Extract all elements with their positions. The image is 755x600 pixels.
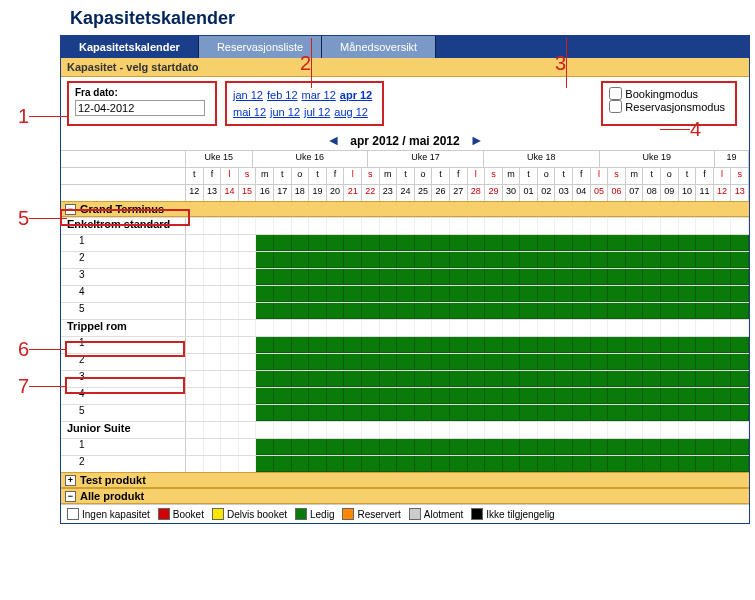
capacity-cell[interactable] xyxy=(591,337,609,353)
capacity-cell[interactable] xyxy=(714,439,732,455)
capacity-cell[interactable] xyxy=(538,337,556,353)
capacity-cell[interactable] xyxy=(714,235,732,251)
capacity-cell[interactable] xyxy=(591,456,609,472)
capacity-cell[interactable] xyxy=(468,371,486,387)
capacity-cell[interactable] xyxy=(643,405,661,421)
capacity-cell[interactable] xyxy=(327,269,345,285)
capacity-cell[interactable] xyxy=(221,303,239,319)
capacity-cell[interactable] xyxy=(432,235,450,251)
capacity-cell[interactable] xyxy=(327,286,345,302)
capacity-cell[interactable] xyxy=(679,235,697,251)
capacity-cell[interactable] xyxy=(256,456,274,472)
capacity-cell[interactable] xyxy=(731,303,749,319)
capacity-cell[interactable] xyxy=(292,439,310,455)
capacity-cell[interactable] xyxy=(485,252,503,268)
capacity-cell[interactable] xyxy=(327,388,345,404)
capacity-cell[interactable] xyxy=(292,252,310,268)
capacity-cell[interactable] xyxy=(450,252,468,268)
capacity-cell[interactable] xyxy=(256,354,274,370)
capacity-cell[interactable] xyxy=(309,286,327,302)
capacity-cell[interactable] xyxy=(186,286,204,302)
capacity-cell[interactable] xyxy=(256,388,274,404)
capacity-cell[interactable] xyxy=(608,388,626,404)
capacity-cell[interactable] xyxy=(221,456,239,472)
capacity-cell[interactable] xyxy=(204,456,222,472)
capacity-cell[interactable] xyxy=(573,371,591,387)
capacity-cell[interactable] xyxy=(380,456,398,472)
capacity-cell[interactable] xyxy=(292,286,310,302)
capacity-cell[interactable] xyxy=(679,286,697,302)
capacity-cell[interactable] xyxy=(626,388,644,404)
capacity-cell[interactable] xyxy=(538,235,556,251)
capacity-cell[interactable] xyxy=(362,456,380,472)
capacity-cell[interactable] xyxy=(397,405,415,421)
month-link[interactable]: feb 12 xyxy=(267,89,298,101)
capacity-cell[interactable] xyxy=(643,269,661,285)
capacity-cell[interactable] xyxy=(661,286,679,302)
capacity-cell[interactable] xyxy=(608,286,626,302)
capacity-cell[interactable] xyxy=(696,405,714,421)
capacity-cell[interactable] xyxy=(555,439,573,455)
capacity-cell[interactable] xyxy=(555,269,573,285)
capacity-cell[interactable] xyxy=(344,405,362,421)
capacity-cell[interactable] xyxy=(292,354,310,370)
capacity-cell[interactable] xyxy=(591,388,609,404)
capacity-cell[interactable] xyxy=(679,456,697,472)
capacity-cell[interactable] xyxy=(186,405,204,421)
capacity-cell[interactable] xyxy=(468,354,486,370)
capacity-cell[interactable] xyxy=(239,269,257,285)
capacity-cell[interactable] xyxy=(327,252,345,268)
capacity-cell[interactable] xyxy=(204,235,222,251)
capacity-cell[interactable] xyxy=(380,269,398,285)
capacity-cell[interactable] xyxy=(679,269,697,285)
capacity-cell[interactable] xyxy=(415,354,433,370)
capacity-cell[interactable] xyxy=(204,252,222,268)
capacity-cell[interactable] xyxy=(204,286,222,302)
capacity-cell[interactable] xyxy=(555,303,573,319)
capacity-cell[interactable] xyxy=(503,388,521,404)
capacity-cell[interactable] xyxy=(239,388,257,404)
capacity-cell[interactable] xyxy=(344,252,362,268)
capacity-cell[interactable] xyxy=(204,405,222,421)
capacity-cell[interactable] xyxy=(485,439,503,455)
capacity-cell[interactable] xyxy=(256,371,274,387)
capacity-cell[interactable] xyxy=(485,371,503,387)
capacity-cell[interactable] xyxy=(327,405,345,421)
capacity-cell[interactable] xyxy=(731,269,749,285)
capacity-cell[interactable] xyxy=(468,235,486,251)
capacity-cell[interactable] xyxy=(432,371,450,387)
capacity-cell[interactable] xyxy=(538,456,556,472)
month-link[interactable]: jan 12 xyxy=(233,89,263,101)
capacity-cell[interactable] xyxy=(503,456,521,472)
tab-0[interactable]: Kapasitetskalender xyxy=(61,36,199,58)
capacity-cell[interactable] xyxy=(292,269,310,285)
capacity-cell[interactable] xyxy=(362,269,380,285)
capacity-cell[interactable] xyxy=(274,269,292,285)
capacity-cell[interactable] xyxy=(239,337,257,353)
capacity-cell[interactable] xyxy=(415,286,433,302)
capacity-cell[interactable] xyxy=(573,235,591,251)
capacity-cell[interactable] xyxy=(485,235,503,251)
capacity-cell[interactable] xyxy=(362,235,380,251)
capacity-cell[interactable] xyxy=(468,303,486,319)
capacity-cell[interactable] xyxy=(731,456,749,472)
capacity-cell[interactable] xyxy=(327,439,345,455)
capacity-cell[interactable] xyxy=(221,354,239,370)
capacity-cell[interactable] xyxy=(397,354,415,370)
capacity-cell[interactable] xyxy=(204,439,222,455)
capacity-cell[interactable] xyxy=(344,371,362,387)
capacity-cell[interactable] xyxy=(380,388,398,404)
capacity-cell[interactable] xyxy=(292,388,310,404)
capacity-cell[interactable] xyxy=(731,252,749,268)
capacity-cell[interactable] xyxy=(608,303,626,319)
capacity-cell[interactable] xyxy=(626,252,644,268)
capacity-cell[interactable] xyxy=(380,235,398,251)
capacity-cell[interactable] xyxy=(573,354,591,370)
capacity-cell[interactable] xyxy=(450,405,468,421)
capacity-cell[interactable] xyxy=(186,303,204,319)
capacity-cell[interactable] xyxy=(555,456,573,472)
capacity-cell[interactable] xyxy=(714,456,732,472)
capacity-cell[interactable] xyxy=(292,303,310,319)
capacity-cell[interactable] xyxy=(731,337,749,353)
capacity-cell[interactable] xyxy=(696,388,714,404)
